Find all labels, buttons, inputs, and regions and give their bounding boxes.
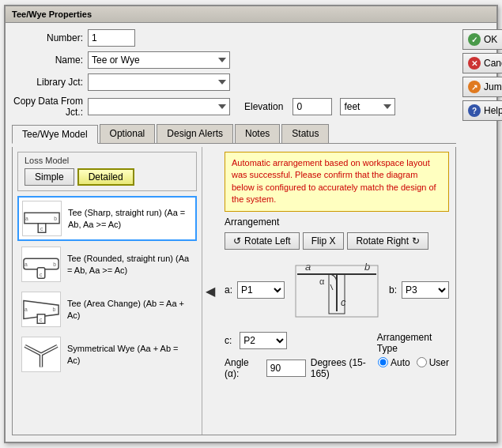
rotate-right-btn[interactable]: Rotate Right ↻ (347, 232, 428, 250)
elevation-input[interactable] (293, 98, 332, 115)
name-label: Name: (12, 55, 83, 66)
fitting-icon-3: a b c (21, 292, 61, 327)
arr-type-user[interactable]: User (417, 357, 449, 368)
fitting-item-4[interactable]: Symmetrical Wye (Aa + Ab = Ac) (17, 333, 197, 376)
copy-select[interactable] (88, 98, 230, 115)
fitting-icon-2: a b c (21, 247, 61, 282)
port-a-select[interactable]: P1 P2 P3 (237, 281, 285, 299)
arr-type-auto[interactable]: Auto (378, 357, 410, 368)
divider-arrow: ◀ (206, 284, 215, 299)
svg-line-19 (41, 345, 57, 354)
flip-x-btn[interactable]: Flip X (303, 232, 345, 250)
angle-input[interactable] (266, 360, 306, 377)
svg-text:b: b (53, 261, 56, 266)
fitting-label-2: Tee (Rounded, straight run) (Aa = Ab, Aa… (67, 253, 193, 276)
tee-diagram: a b α c (289, 254, 384, 326)
angle-label: Angle (α): (225, 357, 262, 379)
cancel-icon: ✕ (468, 57, 481, 70)
jump-icon: ↗ (468, 81, 481, 93)
fitting-list: a b c Tee (Sharp, straight run) (Aa = Ab… (17, 196, 197, 430)
svg-text:b: b (52, 306, 55, 311)
ok-button[interactable]: ✓ OK (462, 29, 502, 50)
tab-optional[interactable]: Optional (100, 124, 156, 143)
detailed-btn[interactable]: Detailed (77, 168, 134, 186)
main-window: Tee/Wye Properties Number: Name: Tee or … (4, 5, 498, 443)
svg-text:b: b (364, 261, 370, 273)
jump-button[interactable]: ↗ Jump... (462, 77, 502, 97)
tab-tee-wye-model[interactable]: Tee/Wye Model (12, 125, 98, 144)
rotate-right-icon: ↻ (412, 235, 420, 247)
fitting-label-4: Symmetrical Wye (Aa + Ab = Ac) (67, 343, 193, 366)
port-b-select[interactable]: P1 P2 P3 (402, 281, 449, 299)
svg-text:b: b (54, 215, 57, 220)
angle-hint: Degrees (15-165) (311, 357, 377, 379)
elevation-label: Elevation (244, 101, 283, 112)
copy-label: Copy Data From Jct.: (12, 96, 83, 118)
help-icon: ? (468, 104, 481, 117)
window-title: Tee/Wye Properties (12, 9, 92, 19)
loss-model-title: Loss Model (25, 156, 190, 165)
tab-notes[interactable]: Notes (235, 124, 280, 143)
cancel-button[interactable]: ✕ Cancel (462, 53, 502, 73)
title-bar: Tee/Wye Properties (6, 6, 496, 23)
number-label: Number: (12, 32, 83, 43)
library-label: Library Jct: (12, 77, 83, 88)
arr-type-label: Arrangement Type (377, 332, 449, 354)
svg-text:α: α (319, 277, 325, 286)
port-c-select[interactable]: P1 P2 P3 (240, 332, 287, 349)
rotate-left-btn[interactable]: ↺ Rotate Left (225, 232, 300, 250)
fitting-item-3[interactable]: a b c Tee (Area Change) (Ab = Aa + Ac) (17, 288, 197, 331)
svg-text:a: a (25, 215, 28, 220)
port-b-label: b: (389, 284, 397, 296)
tab-status[interactable]: Status (281, 124, 329, 143)
fitting-icon-1: a b c (22, 201, 62, 236)
svg-line-26 (330, 284, 333, 290)
rotate-left-icon: ↺ (233, 235, 241, 247)
help-button[interactable]: ? Help (462, 100, 502, 121)
info-message: Automatic arrangement based on workspace… (225, 152, 449, 212)
svg-text:a: a (305, 261, 311, 273)
svg-text:a: a (25, 306, 28, 311)
name-select[interactable]: Tee or Wye (88, 51, 230, 69)
tab-design-alerts[interactable]: Design Alerts (157, 124, 233, 143)
fitting-icon-4 (21, 337, 61, 372)
fitting-label-3: Tee (Area Change) (Ab = Aa + Ac) (67, 298, 193, 321)
tabs: Tee/Wye Model Optional Design Alerts Not… (12, 124, 456, 144)
arrangement-label: Arrangement (225, 216, 449, 228)
elevation-unit-select[interactable]: feet meters (340, 98, 395, 115)
ok-icon: ✓ (468, 33, 481, 46)
port-a-label: a: (225, 284, 232, 296)
side-buttons: ✓ OK ✕ Cancel ↗ Jump... ? Help (462, 29, 502, 435)
fitting-item-1[interactable]: a b c Tee (Sharp, straight run) (Aa = Ab… (17, 196, 197, 241)
fitting-item-2[interactable]: a b c Tee (Rounded, straight run) (Aa = … (17, 243, 197, 286)
svg-line-18 (25, 345, 41, 354)
fitting-label-1: Tee (Sharp, straight run) (Aa = Ab, Aa >… (68, 207, 192, 230)
library-select[interactable] (88, 73, 230, 91)
svg-text:c: c (341, 296, 346, 308)
svg-text:a: a (25, 261, 28, 266)
port-c-label: c: (225, 335, 232, 346)
number-input[interactable] (88, 29, 135, 47)
simple-btn[interactable]: Simple (25, 168, 74, 186)
